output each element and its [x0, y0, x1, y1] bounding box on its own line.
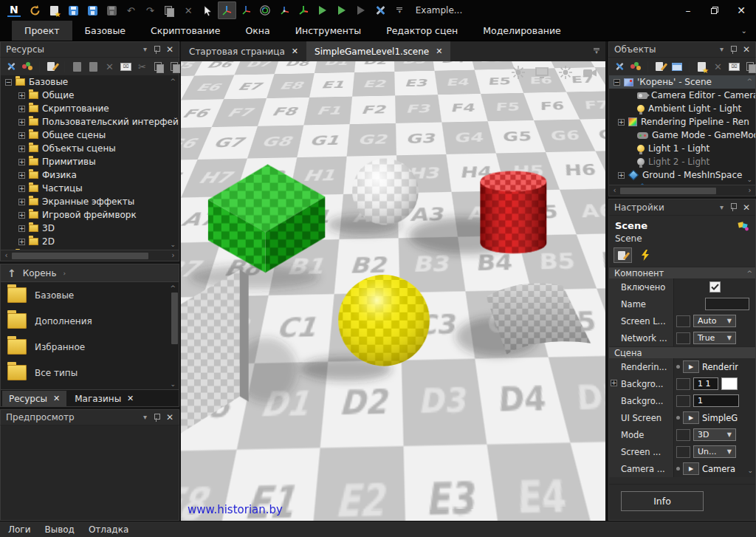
toolbar-overflow-button[interactable]: ▾ — [391, 1, 409, 19]
shapes-button[interactable] — [21, 61, 33, 73]
delete-resource-button[interactable]: ✕ — [103, 61, 116, 73]
tree-row[interactable]: Light 1 - Light — [609, 142, 755, 155]
color-value-input[interactable]: 1 1 — [693, 377, 718, 390]
undo-button[interactable]: ↶ — [122, 1, 140, 19]
collapse-icon[interactable]: − — [5, 79, 12, 86]
expand-icon[interactable]: + — [618, 172, 625, 179]
play-button[interactable] — [314, 1, 332, 19]
shapes-button[interactable] — [629, 61, 642, 73]
tree-row[interactable]: Game Mode - GameMode — [609, 129, 755, 142]
resources-tree[interactable]: −Базовые +Общие +Скриптование +Пользоват… — [0, 75, 179, 250]
settings-wrench-button[interactable] — [4, 61, 17, 73]
scrollbar-thumb[interactable] — [620, 188, 716, 194]
edit-resource-button[interactable] — [46, 61, 58, 73]
expand-icon[interactable]: + — [18, 172, 25, 179]
tree-row[interactable]: −Базовые — [1, 75, 179, 89]
menu-item-tools[interactable]: Инструменты — [283, 21, 374, 41]
color-swatch[interactable] — [721, 377, 738, 390]
menu-item-project[interactable]: Проект — [12, 21, 72, 41]
expand-icon[interactable]: + — [18, 159, 25, 165]
edit-object-button[interactable] — [654, 61, 667, 73]
screen-select[interactable]: Un...▼ — [693, 445, 736, 458]
list-item[interactable]: Все типы — [1, 360, 179, 386]
new-object-button[interactable]: ★ — [695, 61, 708, 73]
red-cylinder-object[interactable] — [481, 171, 547, 253]
menu-item-windows[interactable]: Окна — [233, 21, 282, 41]
camera-icon[interactable] — [582, 65, 598, 80]
expand-icon[interactable]: + — [18, 212, 25, 219]
expand-icon[interactable]: + — [611, 380, 617, 386]
duplicate-button[interactable] — [160, 1, 179, 19]
light-icon[interactable] — [511, 65, 526, 80]
tree-row[interactable]: +3D — [1, 222, 179, 235]
expand-icon[interactable]: + — [18, 225, 25, 232]
tree-row[interactable] — [1, 248, 179, 250]
tree-row[interactable]: Light 2 - Light — [609, 155, 755, 168]
close-icon[interactable]: ✕ — [743, 204, 750, 211]
default-value-box[interactable] — [676, 395, 690, 407]
close-icon[interactable]: ✕ — [292, 47, 298, 55]
resources-hscrollbar[interactable]: ‹ › — [0, 250, 179, 261]
reference-button[interactable]: ▶ — [683, 411, 699, 424]
axes-tool-button[interactable] — [237, 1, 255, 19]
mode-select[interactable]: 3D▼ — [693, 428, 736, 441]
play-alt-button[interactable] — [333, 1, 351, 19]
tree-row[interactable]: +Пользовательский интерфейс — [1, 115, 179, 129]
up-arrow-icon[interactable]: ↑ — [7, 267, 16, 279]
tree-row[interactable]: +Экранные эффекты — [1, 195, 179, 208]
light-icon[interactable] — [558, 65, 573, 80]
scroll-up-icon[interactable]: ^ — [170, 284, 176, 292]
status-debug[interactable]: Отладка — [89, 524, 128, 535]
rename-button[interactable]: ⌧ — [120, 61, 132, 73]
tools-button[interactable] — [371, 1, 390, 19]
breadcrumb-label[interactable]: Корень — [23, 268, 57, 278]
scroll-up-icon[interactable]: ^ — [170, 78, 176, 85]
close-icon[interactable]: ✕ — [743, 46, 750, 53]
pin-icon[interactable] — [730, 46, 736, 54]
ribbon-collapse-icon[interactable]: ⌄ — [741, 27, 747, 35]
pin-icon[interactable] — [154, 414, 159, 422]
tree-row[interactable]: +Частицы — [1, 182, 179, 195]
tree-row[interactable]: +Ground - MeshInSpace — [609, 168, 755, 182]
panel-menu-icon[interactable]: ▾ — [143, 46, 147, 53]
default-value-box[interactable] — [676, 378, 690, 390]
info-button[interactable]: Info — [621, 491, 704, 511]
refresh-button[interactable] — [26, 1, 44, 19]
reference-value[interactable]: Camera — [702, 464, 735, 474]
minimize-button[interactable]: – — [675, 0, 701, 21]
menu-item-scripting[interactable]: Скриптование — [138, 21, 233, 41]
scrollbar-thumb[interactable] — [171, 293, 178, 344]
default-value-box[interactable] — [676, 446, 690, 458]
expand-icon[interactable]: + — [18, 92, 25, 99]
close-icon[interactable]: ✕ — [166, 46, 173, 53]
app-logo[interactable]: N — [7, 4, 21, 17]
properties-tab-button[interactable] — [614, 247, 632, 263]
enabled-checkbox[interactable] — [709, 281, 721, 293]
scroll-left-icon[interactable]: ‹ — [609, 187, 620, 194]
copy-button[interactable] — [152, 61, 165, 73]
restore-button[interactable] — [701, 0, 728, 21]
new-resource-button[interactable] — [71, 61, 83, 73]
copy-object-button[interactable] — [744, 61, 756, 73]
tab-scene[interactable]: SimpleGameLevel1.scene✕ — [306, 41, 450, 61]
expand-icon[interactable]: + — [18, 199, 25, 205]
tab-resources[interactable]: Ресурсы✕ — [2, 391, 66, 406]
reference-button[interactable]: ▶ — [683, 462, 699, 475]
close-button[interactable]: ✕ — [728, 0, 755, 21]
settings-wrench-button[interactable] — [613, 61, 625, 73]
gray-box-object[interactable] — [181, 270, 249, 433]
tab-stores[interactable]: Магазины✕ — [68, 391, 140, 406]
watermark-link[interactable]: www.historian.by — [188, 503, 283, 516]
tree-row[interactable]: +Скриптование — [1, 102, 179, 115]
group-header-scene[interactable]: Сцена — [609, 346, 755, 358]
scrollbar-thumb[interactable] — [12, 253, 148, 259]
expand-icon[interactable]: + — [18, 132, 25, 139]
status-logs[interactable]: Логи — [8, 524, 30, 535]
default-value-box[interactable] — [676, 429, 690, 441]
scroll-down-icon[interactable]: ⌄ — [170, 241, 176, 248]
cut-button[interactable]: ✂ — [136, 61, 148, 73]
tree-row[interactable] — [609, 182, 755, 185]
tree-row-scene-root[interactable]: −'Корень' - Scene — [609, 75, 755, 89]
network-select[interactable]: True▼ — [693, 332, 736, 344]
expand-icon[interactable]: + — [18, 106, 25, 112]
